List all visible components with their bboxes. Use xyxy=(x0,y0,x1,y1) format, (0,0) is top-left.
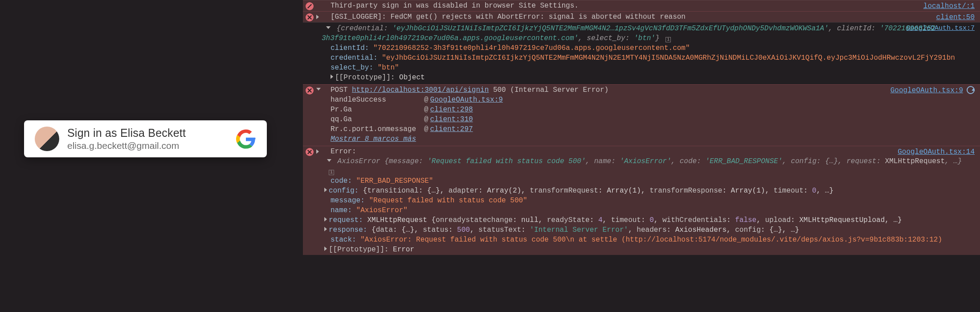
object-preview: AxiosError {message: 'Request failed wit… xyxy=(338,157,962,165)
object-field[interactable]: request: XMLHttpRequest {onreadystatecha… xyxy=(331,215,977,225)
info-icon[interactable]: i xyxy=(666,37,671,42)
object-field: name: "AxiosError" xyxy=(331,205,977,215)
expand-icon[interactable] xyxy=(316,149,319,154)
expand-icon[interactable] xyxy=(331,74,333,79)
error-icon xyxy=(306,13,314,21)
source-link[interactable]: client:50 xyxy=(936,12,975,22)
collapse-icon[interactable] xyxy=(316,88,321,90)
avatar xyxy=(35,127,59,151)
stack-frame[interactable]: Rr.c.port1.onmessage@client:297 xyxy=(331,124,977,134)
console-text: Third-party sign in was disabled in brow… xyxy=(331,2,579,10)
object-field: select_by: "btn" xyxy=(331,63,977,73)
object-field[interactable]: config: {transitional: {…}, adapter: Arr… xyxy=(331,186,977,196)
signin-title: Sign in as Elisa Beckett xyxy=(67,127,228,140)
collapse-icon[interactable] xyxy=(326,26,331,29)
info-icon[interactable]: i xyxy=(329,170,334,175)
object-field[interactable]: response: {data: {…}, status: 500, statu… xyxy=(331,225,977,235)
proto-field[interactable]: [[Prototype]]: Error xyxy=(331,245,977,255)
source-link[interactable]: localhost/:1 xyxy=(923,1,975,11)
google-logo-icon xyxy=(236,129,256,149)
object-preview: {credential: 'eyJhbGciOiJSUzI1NiIsImtpZC… xyxy=(322,25,939,42)
console-error-block[interactable]: GoogleOAuth.tsx:14 Error: AxiosError {me… xyxy=(303,146,980,255)
proto-field[interactable]: [[Prototype]]: Object xyxy=(331,73,977,82)
console-log-block[interactable]: GoogleOAuth.tsx:7 {credential: 'eyJhbGci… xyxy=(303,22,980,84)
source-link[interactable]: GoogleOAuth.tsx:14 xyxy=(898,147,975,157)
expand-icon[interactable] xyxy=(316,15,319,19)
expand-icon[interactable] xyxy=(324,217,327,222)
console-error-row[interactable]: Third-party sign in was disabled in brow… xyxy=(303,0,980,11)
devtools-console[interactable]: Third-party sign in was disabled in brow… xyxy=(303,0,980,312)
stack-frame[interactable]: qq.Ga@client:310 xyxy=(331,115,977,124)
post-method: POST xyxy=(331,86,347,94)
signin-email: elisa.g.beckett@gmail.com xyxy=(67,140,228,151)
error-icon xyxy=(306,148,314,156)
retry-icon[interactable] xyxy=(967,86,975,94)
object-field: message: "Request failed with status cod… xyxy=(331,196,977,205)
blocked-icon xyxy=(306,2,314,10)
console-text: [GSI_LOGGER]: FedCM get() rejects with A… xyxy=(331,13,686,21)
collapse-icon[interactable] xyxy=(327,159,331,162)
object-field: code: "ERR_BAD_RESPONSE" xyxy=(331,176,977,186)
console-error-row[interactable]: [GSI_LOGGER]: FedCM get() rejects with A… xyxy=(303,11,980,22)
stack-frame[interactable]: handleSuccess@GoogleOAuth.tsx:9 xyxy=(331,95,977,105)
google-signin-card[interactable]: Sign in as Elisa Beckett elisa.g.beckett… xyxy=(24,120,267,157)
expand-icon[interactable] xyxy=(324,246,327,251)
expand-icon[interactable] xyxy=(324,188,327,192)
console-error-block[interactable]: GoogleOAuth.tsx:9 POST http://localhost:… xyxy=(303,84,980,146)
object-field: clientId: "702210968252-3h3f91te0phli4rl… xyxy=(331,43,977,53)
error-icon xyxy=(306,86,314,94)
stack-frame[interactable]: Pr.Ga@client:298 xyxy=(331,105,977,115)
error-heading: Error: xyxy=(331,147,977,156)
source-link[interactable]: GoogleOAuth.tsx:9 xyxy=(890,86,975,95)
status-text: 500 (Internal Server Error) xyxy=(493,86,608,94)
object-field: stack: "AxiosError: Request failed with … xyxy=(331,235,977,245)
expand-icon[interactable] xyxy=(324,227,327,231)
object-field: credential: "eyJhbGciOiJSUzI1NiIsImtpZCI… xyxy=(331,53,977,63)
request-url-link[interactable]: http://localhost:3001/api/signin xyxy=(352,86,489,94)
show-more-frames-link[interactable]: Mostrar 8 marcos más xyxy=(331,135,416,143)
